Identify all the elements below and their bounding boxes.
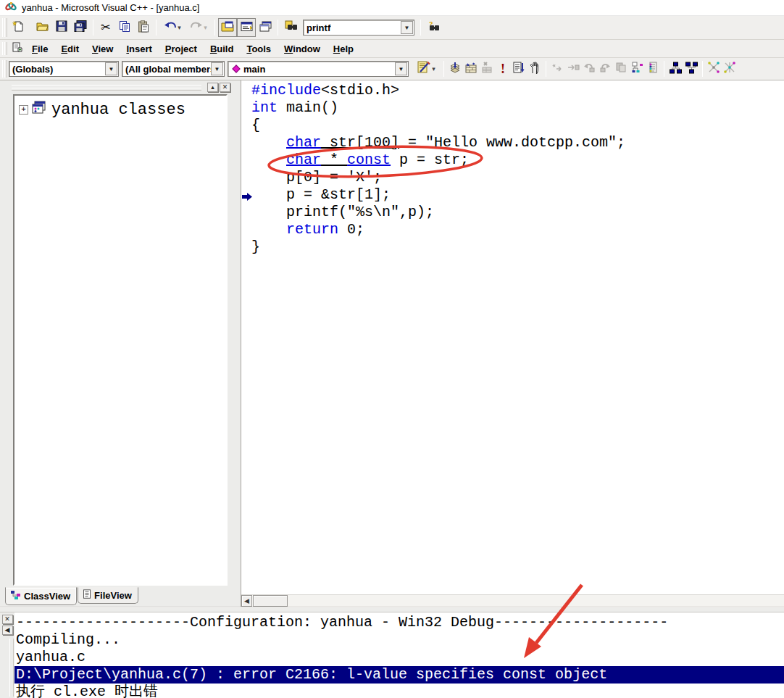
execute-program-button[interactable]: ! [495, 59, 511, 78]
output-line[interactable]: yanhua.c [14, 649, 784, 666]
members-filter-dropdown[interactable]: ▼ [211, 62, 223, 75]
editor-horizontal-scrollbar[interactable]: ◀ [241, 594, 784, 607]
workspace-panel: ▴ ✕ + yanhua classes ClassView [0, 80, 233, 607]
save-all-button[interactable] [71, 18, 90, 37]
class-scope-combobox[interactable]: (Globals) ▼ [9, 61, 119, 77]
menu-edit[interactable]: Edit [54, 42, 86, 56]
find-in-files-button[interactable] [281, 18, 300, 37]
classview-tree: + yanhua classes [13, 94, 228, 586]
file-outline-icon [648, 62, 658, 76]
pop-context-icon [583, 62, 595, 76]
previous-reference-button[interactable] [613, 59, 629, 78]
toolbar-gripper[interactable] [2, 18, 7, 37]
class-members-icon [631, 62, 643, 76]
menu-file[interactable]: File [25, 42, 54, 56]
redo-button[interactable]: ▾ [185, 18, 212, 37]
window-list-button[interactable] [256, 18, 275, 37]
tree-root-item[interactable]: + yanhua classes [19, 100, 225, 120]
classview-tab-icon [10, 590, 21, 602]
redo-dropdown-caret: ▾ [204, 24, 207, 31]
pop-context-button[interactable] [581, 59, 597, 78]
member-dropdown[interactable]: ▼ [395, 62, 407, 75]
code-editor[interactable]: #include<stdio.h>int main(){ char str[10… [241, 80, 784, 607]
menu-items: FileEditViewInsertProjectBuildToolsWindo… [25, 42, 360, 56]
vertical-splitter[interactable] [233, 80, 241, 607]
output-line[interactable]: 执行 cl.exe 时出错 [14, 684, 784, 698]
scrollbar-thumb[interactable] [253, 595, 288, 607]
tab-classview-label[interactable]: ClassView [24, 591, 70, 602]
search-query-button[interactable]: ? [424, 18, 443, 37]
go-to-definition-icon [551, 62, 564, 76]
members-filter-combobox[interactable]: (All global members) ▼ [122, 61, 225, 77]
tree-expand-icon[interactable]: + [19, 105, 28, 115]
undo-dropdown-caret[interactable]: ▾ [178, 24, 181, 31]
gripper-ridges [12, 85, 201, 91]
panel-close-button[interactable]: ✕ [220, 83, 230, 92]
menu-build[interactable]: Build [204, 42, 241, 56]
members-filter-value[interactable]: (All global members) [125, 64, 211, 75]
menu-project[interactable]: Project [159, 42, 204, 56]
undo-button[interactable]: ▾ [159, 18, 185, 37]
output-line[interactable]: Compiling... [14, 631, 784, 649]
window-list-icon [259, 21, 272, 35]
workspace-toggle-button[interactable] [218, 18, 237, 37]
output-text[interactable]: --------------------Configuration: yanhu… [14, 612, 784, 698]
toolbar-separator [93, 20, 93, 36]
find-combobox[interactable]: printf ▼ [303, 20, 414, 36]
menubar-gripper[interactable] [2, 42, 7, 55]
toolbar-separator [214, 20, 215, 36]
menu-help[interactable]: Help [327, 42, 360, 56]
tab-fileview-label[interactable]: FileView [94, 590, 132, 601]
menu-view[interactable]: View [86, 42, 120, 56]
output-dock-button[interactable]: ◀ [2, 626, 13, 635]
document-system-menu-icon[interactable] [12, 42, 22, 55]
wizard-toolbar: (Globals) ▼ (All global members) ▼ main … [0, 58, 784, 80]
tab-fileview[interactable]: FileView [78, 587, 138, 604]
find-combobox-dropdown[interactable]: ▼ [401, 21, 413, 34]
app-logo-icon [5, 1, 17, 14]
save-icon [56, 20, 67, 35]
member-combobox[interactable]: main ▼ [228, 61, 409, 77]
find-combobox-value[interactable]: printf [306, 22, 401, 33]
wizardbar-gripper[interactable] [2, 60, 7, 78]
toolbar-separator [546, 61, 546, 77]
cut-button[interactable]: ✂ [96, 18, 115, 37]
paste-button[interactable] [134, 18, 153, 37]
go-to-reference-button[interactable] [565, 59, 581, 78]
callers-graph-button[interactable] [722, 59, 738, 78]
output-line[interactable]: --------------------Configuration: yanhu… [14, 614, 784, 631]
tab-classview[interactable]: ClassView [5, 587, 77, 605]
new-document-button[interactable] [9, 18, 28, 37]
save-button[interactable] [52, 18, 71, 37]
wizard-actions-caret[interactable]: ▾ [432, 65, 435, 72]
stop-build-button[interactable] [479, 59, 495, 78]
go-button[interactable] [511, 59, 527, 78]
base-classes-button[interactable] [683, 59, 699, 78]
menu-insert[interactable]: Insert [120, 42, 158, 56]
copy-button[interactable] [115, 18, 134, 37]
wizard-actions-button[interactable]: ▾ [412, 59, 441, 78]
next-reference-button[interactable] [597, 59, 613, 78]
compile-button[interactable] [447, 59, 463, 78]
tree-root-label[interactable]: yanhua classes [51, 101, 185, 119]
file-outline-button[interactable] [645, 59, 661, 78]
output-close-button[interactable]: ✕ [2, 615, 13, 624]
open-button[interactable] [33, 18, 52, 37]
breakpoint-hand-button[interactable] [527, 59, 543, 78]
build-button[interactable] [463, 59, 479, 78]
output-error-line[interactable]: D:\Project\yanhua.c(7) : error C2166: l-… [14, 666, 784, 684]
class-scope-value[interactable]: (Globals) [12, 64, 105, 75]
menu-window[interactable]: Window [278, 42, 327, 56]
output-toggle-button[interactable] [237, 18, 256, 37]
class-scope-dropdown[interactable]: ▼ [105, 62, 117, 75]
go-to-definition-button[interactable] [549, 59, 565, 78]
panel-rollup-button[interactable]: ▴ [207, 83, 218, 92]
scroll-left-button[interactable]: ◀ [241, 595, 252, 607]
menu-tools[interactable]: Tools [240, 42, 278, 56]
member-value[interactable]: main [243, 64, 395, 75]
horizontal-splitter[interactable] [0, 607, 784, 612]
workspace-panel-gripper[interactable]: ▴ ✕ [0, 80, 233, 93]
call-graph-button[interactable] [706, 59, 722, 78]
derived-classes-button[interactable] [667, 59, 683, 78]
class-members-button[interactable] [629, 59, 645, 78]
